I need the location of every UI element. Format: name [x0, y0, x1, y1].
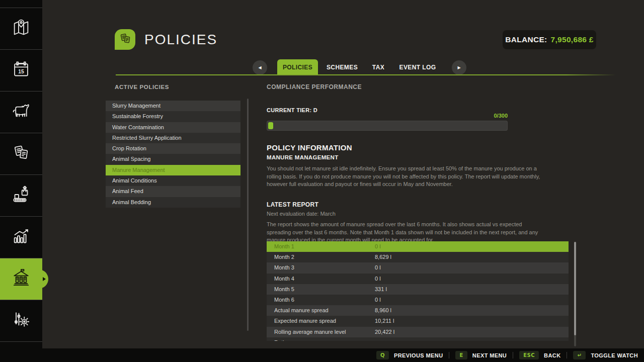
tab-event-log[interactable]: EVENT LOG: [395, 59, 440, 75]
compliance-heading: COMPLIANCE PERFORMANCE: [267, 83, 362, 90]
report-table-row: Rating -: [267, 337, 569, 341]
page-title: POLICIES: [144, 32, 217, 48]
tabs-next-button[interactable]: ▶: [452, 60, 466, 75]
production-icon: [11, 185, 31, 207]
sidebar-stub-tile: [0, 0, 42, 8]
report-table-row: Month 6 0 l: [267, 295, 569, 305]
report-description: The report shows the amount of manure sp…: [267, 221, 544, 244]
policy-list-item[interactable]: Crop Rotation: [106, 143, 240, 154]
sidebar-item-settings[interactable]: [0, 300, 42, 342]
policies-app-icon: [115, 29, 135, 50]
report-table-row: Rolling average manure level 20,422 l: [267, 327, 569, 337]
report-table-row: Month 4 0 l: [267, 274, 569, 284]
latest-report-heading: LATEST REPORT: [267, 201, 318, 208]
policy-list-item[interactable]: Slurry Management: [106, 101, 240, 111]
report-table-row: Actual manure spread 8,960 l: [267, 305, 569, 316]
next-evaluation-date: Next evaluation date: March: [267, 211, 336, 217]
statistics-icon: [11, 226, 31, 248]
balance-value: 7,950,686 £: [551, 35, 594, 44]
active-policies-heading: ACTIVE POLICIES: [115, 84, 169, 90]
sidebar-item-map[interactable]: [0, 8, 42, 50]
animals-icon: [11, 101, 31, 123]
sidebar: 15: [0, 0, 42, 348]
contracts-icon: [11, 143, 31, 165]
balance-label: BALANCE:: [505, 35, 547, 44]
policies-screen: 15: [0, 0, 644, 362]
key-badge: Q: [376, 351, 389, 359]
footer-hint[interactable]: ESC BACK: [507, 351, 560, 359]
tab-schemes[interactable]: SCHEMES: [322, 59, 362, 75]
key-badge: ESC: [519, 351, 539, 359]
policy-description: You should not let manure sit idle indef…: [267, 165, 544, 189]
report-table-scrollbar-thumb[interactable]: [574, 242, 576, 335]
arrow-right-icon: ▶: [457, 65, 460, 70]
footer-hint[interactable]: ↵ TOGGLE WATCH: [560, 351, 638, 359]
report-table: Month 1 0 l Month 2 8,629 l Month 3 0 l …: [267, 241, 569, 341]
policy-name-heading: MANURE MANAGEMENT: [267, 154, 338, 160]
finances-icon: [11, 268, 31, 290]
compliance-progress-bar: [267, 121, 508, 131]
tab-tax[interactable]: TAX: [364, 59, 393, 75]
sidebar-item-finances[interactable]: [0, 258, 42, 300]
svg-text:15: 15: [18, 69, 24, 74]
calendar-icon: 15: [11, 59, 31, 81]
policy-information-heading: POLICY INFORMATION: [267, 143, 352, 152]
policy-list-item[interactable]: Manure Management: [106, 165, 240, 175]
key-badge: E: [455, 351, 467, 359]
report-table-row: Month 5 331 l: [267, 284, 569, 295]
policy-list-item[interactable]: Restricted Slurry Application: [106, 133, 240, 143]
sidebar-item-production[interactable]: [0, 175, 42, 217]
policy-list-item[interactable]: Animal Feed: [106, 186, 240, 197]
report-table-row: Month 1 0 l: [267, 241, 569, 252]
arrow-left-icon: ◀: [258, 65, 261, 70]
policies-icon: [118, 32, 132, 48]
tab-bar: ◀ POLICIES SCHEMES TAX EVENT LOG: [0, 59, 644, 75]
settings-icon: [11, 310, 31, 332]
sidebar-item-contracts[interactable]: [0, 133, 42, 175]
compliance-progress-value: 0/300: [267, 113, 508, 119]
footer-hint[interactable]: E NEXT MENU: [443, 351, 507, 359]
tab-policies[interactable]: POLICIES: [277, 59, 318, 75]
map-icon: [11, 18, 31, 40]
footer-hint[interactable]: Q PREVIOUS MENU: [376, 351, 443, 359]
sidebar-items: 15: [0, 8, 42, 342]
sidebar-item-statistics[interactable]: [0, 217, 42, 258]
report-table-row: Month 2 8,629 l: [267, 252, 569, 262]
report-table-row: Expected manure spread 10,211 l: [267, 316, 569, 326]
footer-hint-bar: Q PREVIOUS MENU E NEXT MENU ESC BACK ↵ T…: [0, 348, 644, 362]
policy-list-item[interactable]: Animal Spacing: [106, 154, 240, 164]
policy-list-item[interactable]: Sustainable Forestry: [106, 111, 240, 122]
report-table-row: Month 3 0 l: [267, 262, 569, 273]
policy-list-item[interactable]: Water Contamination: [106, 122, 240, 133]
balance-badge: BALANCE: 7,950,686 £: [503, 30, 596, 49]
compliance-progress-fill: [268, 122, 273, 129]
sidebar-item-animals[interactable]: [0, 92, 42, 133]
active-policies-list: Slurry Management Sustainable Forestry W…: [106, 101, 240, 208]
policy-list-item[interactable]: Animal Conditions: [106, 175, 240, 186]
tabs-prev-button[interactable]: ◀: [253, 60, 267, 75]
key-badge: ↵: [573, 351, 586, 359]
policy-list-item[interactable]: Animal Bedding: [106, 197, 240, 208]
policy-list-scrollbar[interactable]: [247, 99, 249, 331]
tab-underline: [116, 74, 616, 75]
